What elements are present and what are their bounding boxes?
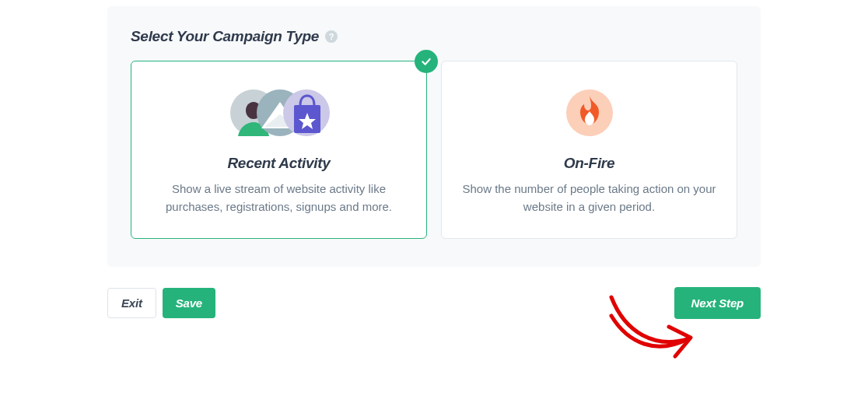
exit-button[interactable]: Exit [107,288,156,318]
on-fire-icon [459,85,719,141]
selected-check-icon [415,50,438,73]
save-button[interactable]: Save [163,288,215,318]
campaign-type-cards: Recent Activity Show a live stream of we… [131,61,737,239]
footer-bar: Exit Save Next Step [107,287,761,319]
footer-left-group: Exit Save [107,288,215,318]
panel-title: Select Your Campaign Type [131,28,319,45]
campaign-type-panel: Select Your Campaign Type ? [107,6,761,267]
next-step-button[interactable]: Next Step [674,287,761,319]
card-title: On-Fire [459,155,719,172]
card-on-fire[interactable]: On-Fire Show the number of people taking… [441,61,737,239]
card-recent-activity[interactable]: Recent Activity Show a live stream of we… [131,61,427,239]
card-title: Recent Activity [149,155,409,172]
card-description: Show a live stream of website activity l… [149,180,409,216]
help-icon[interactable]: ? [325,30,338,43]
card-description: Show the number of people taking action … [459,180,719,216]
page-container: Select Your Campaign Type ? [6,6,862,319]
recent-activity-icon [149,85,409,141]
panel-header: Select Your Campaign Type ? [131,28,737,45]
